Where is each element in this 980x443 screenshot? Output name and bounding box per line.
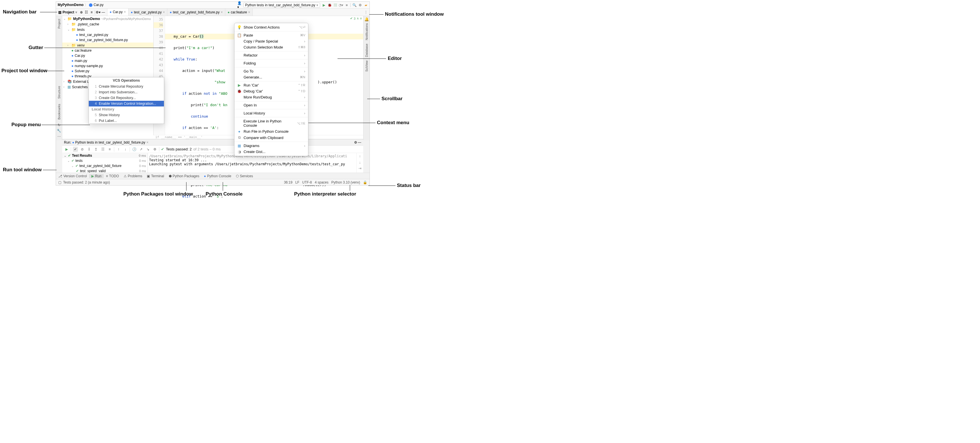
encoding[interactable]: UTF-8 [302, 180, 312, 184]
sort-up-icon[interactable]: ↧ [86, 147, 92, 152]
profile-icon[interactable]: ◔▾ [339, 3, 343, 7]
ctx-run-file[interactable]: ●Run File in Python Console [234, 129, 308, 135]
expand-all-icon[interactable]: ☷ [84, 10, 89, 14]
ctx-copy-paste-special[interactable]: Copy / Paste Special› [234, 38, 308, 44]
rerun-icon[interactable]: ▶ [64, 147, 69, 152]
stop-icon[interactable]: ■ [345, 3, 348, 7]
locate-icon[interactable]: ⊕ [80, 10, 83, 14]
ctx-diagrams[interactable]: ▦Diagrams› [234, 143, 308, 149]
test-node[interactable]: ⌄✔test_car_pytest_bdd_fixture0 ms [62, 163, 148, 168]
ctx-debug[interactable]: 🐞Debug 'Car'⌃⇧D [234, 88, 308, 94]
popup-item-selected[interactable]: 4 Enable Version Control Integration... [89, 101, 164, 106]
settings-gear-icon[interactable]: ⚙▾ [96, 10, 100, 14]
tree-item[interactable]: ●Car.py [62, 53, 153, 58]
export-icon[interactable]: ↗ [138, 147, 144, 152]
services-tool-button[interactable]: ⬡Services [234, 174, 255, 178]
refresh-icon[interactable]: ↻ [58, 123, 60, 127]
tree-item[interactable]: ●numpy-sample.py [62, 64, 153, 68]
popup-item[interactable]: 6 Put Label... [89, 118, 164, 124]
ctx-exec-line[interactable]: Execute Line in Python Console⌥⇧E [234, 118, 308, 129]
console-tool-button[interactable]: ●Python Console [202, 174, 234, 178]
wrench-icon[interactable]: 🔧 [57, 129, 61, 133]
ctx-gist[interactable]: ◑Create Gist... [234, 149, 308, 155]
tree-item[interactable]: ●test_car_pytest.py [62, 32, 153, 37]
editor-tab-feature[interactable]: ●car.feature× [225, 9, 253, 16]
show-passed-icon[interactable]: ✔ [73, 147, 78, 152]
more-dots-icon[interactable]: ⋯ [57, 135, 61, 138]
history-icon[interactable]: 🕒 [132, 147, 137, 152]
close-icon[interactable]: × [146, 140, 148, 144]
database-tool-tab[interactable]: Database [365, 42, 368, 59]
breadcrumb-file[interactable]: Car.py [94, 3, 103, 7]
lock-icon[interactable]: 🔒 [363, 180, 367, 184]
popup-item[interactable]: 1 Create Mercurial Repository [89, 84, 164, 89]
ctx-show-actions[interactable]: 💡Show Context Actions⌥⏎ [234, 24, 308, 30]
ctx-folding[interactable]: Folding› [234, 60, 308, 66]
close-icon[interactable]: × [248, 10, 250, 14]
todo-tool-button[interactable]: ≡TODO [103, 174, 121, 178]
line-separator[interactable]: LF [295, 180, 299, 184]
indent[interactable]: 4 spaces [315, 180, 328, 184]
next-icon[interactable]: ↓ [123, 147, 128, 152]
collapse-all-icon[interactable]: ≡ [90, 10, 94, 14]
ctx-open-in[interactable]: Open In› [234, 102, 308, 108]
packages-tool-button[interactable]: ⬢Python Packages [167, 174, 202, 178]
ctx-column-selection[interactable]: Column Selection Mode⇧⌘8 [234, 44, 308, 50]
sciview-tool-tab[interactable]: SciView [365, 59, 368, 73]
bookmarks-icon[interactable]: ▢ [58, 180, 61, 184]
terminal-tool-button[interactable]: ▣Terminal [145, 174, 166, 178]
vcs-tool-button[interactable]: ⎇Version Control [56, 174, 89, 178]
run-header-config[interactable]: Python tests in test_car_pytest_bdd_fixt… [75, 140, 145, 144]
collapse-all-icon[interactable]: ≡ [107, 147, 112, 152]
debug-icon[interactable]: 🐞 [328, 3, 331, 7]
hat-icon[interactable]: ▰ [364, 3, 368, 7]
ctx-run[interactable]: ▶Run 'Car'⌃⇧R [234, 82, 308, 88]
tree-item[interactable]: ●car.feature [62, 48, 153, 53]
breadcrumb-project[interactable]: MyPythonDemo [58, 3, 84, 7]
tree-item-venv[interactable]: ›📁venv [62, 43, 153, 48]
run-icon[interactable]: ▶ [322, 3, 326, 7]
project-tool-tab[interactable]: Project [57, 17, 61, 30]
project-view-label[interactable]: Project [62, 10, 74, 14]
ctx-local-history[interactable]: Local History› [234, 110, 308, 116]
notifications-tool-tab[interactable]: Notifications [365, 21, 368, 42]
ctx-compare-clip[interactable]: ⧉Compare with Clipboard [234, 135, 308, 141]
gear-icon[interactable]: ⚙ [353, 140, 358, 144]
close-icon[interactable]: × [163, 10, 165, 14]
editor-tab-test2[interactable]: ●test_car_pytest_bdd_fixture.py× [167, 9, 225, 16]
ctx-generate[interactable]: Generate...⌘N [234, 74, 308, 80]
editor-tab-car[interactable]: ●Car.py× [107, 9, 129, 16]
hide-icon[interactable]: — [358, 140, 361, 144]
sort-down-icon[interactable]: ↥ [93, 147, 99, 152]
coverage-icon[interactable]: ⛆ [333, 3, 337, 7]
tree-root[interactable]: ⌄📁 MyPythonDemo ~/PycharmProjects/MyPyth… [62, 16, 153, 21]
tree-item[interactable]: ⌄📁tests [62, 27, 153, 32]
tree-item[interactable]: ●test_car_pytest_bdd_fixture.py [62, 37, 153, 43]
ctx-paste[interactable]: 📋Paste⌘V [234, 32, 308, 38]
editor-tab-test1[interactable]: ●test_car_pytest.py× [129, 9, 168, 16]
popup-item[interactable]: 2 Import into Subversion... [89, 89, 164, 95]
popup-item[interactable]: 3 Create Git Repository... [89, 95, 164, 101]
problems-tool-button[interactable]: ⚠Problems [121, 174, 145, 178]
tree-item[interactable]: ●main.py [62, 58, 153, 64]
settings-icon[interactable]: ⚙ [358, 3, 362, 7]
import-icon[interactable]: ↘ [145, 147, 151, 152]
search-icon[interactable]: 🔍 [352, 3, 356, 7]
down-icon[interactable]: ↓ [359, 160, 361, 164]
test-node[interactable]: ⌄✔tests0 ms [62, 158, 148, 163]
ctx-more-run[interactable]: More Run/Debug› [234, 94, 308, 100]
user-dropdown-icon[interactable]: 👤▾ [237, 3, 242, 7]
structure-tool-tab[interactable]: Structure [57, 84, 61, 100]
ctx-go-to[interactable]: Go To› [234, 68, 308, 74]
close-icon[interactable]: × [221, 10, 223, 14]
hide-icon[interactable]: — [101, 10, 105, 14]
caret-position[interactable]: 36:19 [284, 180, 293, 184]
ctx-refactor[interactable]: Refactor› [234, 52, 308, 58]
up-icon[interactable]: ↑ [359, 154, 361, 159]
run-configuration-selector[interactable]: Python tests in test_car_pytest_bdd_fixt… [243, 3, 320, 8]
run-tool-button[interactable]: ▶Run [89, 174, 103, 178]
prev-icon[interactable]: ↑ [116, 147, 121, 152]
bell-icon[interactable]: 🔔 [364, 17, 369, 21]
bookmarks-tool-tab[interactable]: Bookmarks [57, 102, 61, 121]
expand-all-icon[interactable]: ☷ [100, 147, 105, 152]
